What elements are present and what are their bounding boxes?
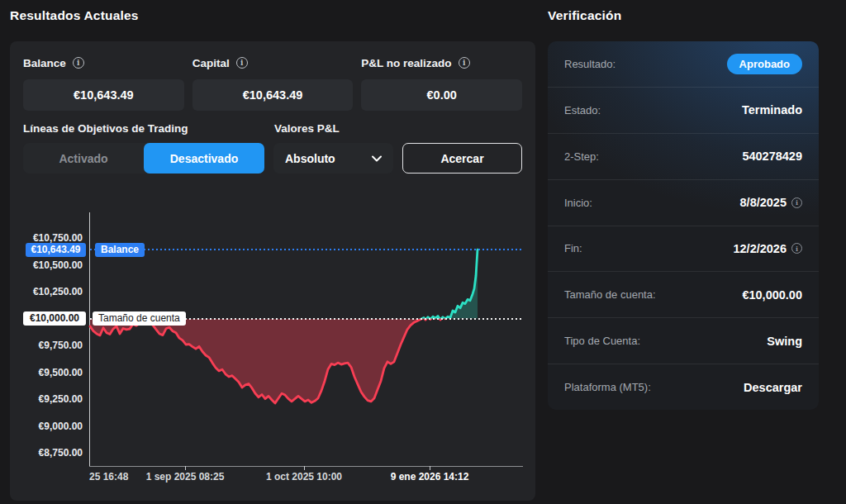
capital-value: €10,643.49: [192, 79, 354, 111]
verification-section: Verificación Resultado: Aprobado Estado:…: [548, 8, 819, 410]
y-axis-label: €10,250.00: [23, 285, 83, 298]
verification-card: Resultado: Aprobado Estado: Terminado 2-…: [548, 41, 819, 410]
y-axis-label: €9,000.00: [23, 420, 83, 433]
results-section: Resultados Actuales Balance i €10,643.49…: [10, 8, 535, 501]
info-icon[interactable]: i: [459, 57, 470, 69]
stat-capital: Capital i €10,643.49: [192, 51, 354, 111]
account-size-line-label: Tamaño de cuenta: [93, 311, 186, 326]
y-axis-label: €9,750.00: [23, 339, 83, 352]
verification-row-2step: 2-Step: 540278429: [548, 134, 819, 180]
verification-row-estado: Estado: Terminado: [548, 88, 819, 134]
balance-line-label: Balance: [95, 243, 145, 257]
y-axis-label: €8,750.00: [23, 446, 83, 459]
verification-row-resultado: Resultado: Aprobado: [548, 41, 819, 88]
verification-row-inicio: Inicio: 8/8/2025 i: [548, 180, 819, 226]
toggle-option-desactivado[interactable]: Desactivado: [144, 143, 264, 174]
verification-row-account-type: Tipo de Cuenta: Swing: [548, 318, 819, 364]
objective-lines-label: Líneas de Objetivos de Trading: [23, 122, 274, 135]
info-icon[interactable]: i: [73, 57, 84, 69]
verification-row-fin: Fin: 12/2/2026 i: [548, 226, 819, 273]
info-icon[interactable]: i: [236, 57, 248, 69]
stat-balance: Balance i €10,643.49: [23, 51, 184, 111]
verification-title: Verificación: [548, 8, 819, 23]
results-card: Balance i €10,643.49 Capital i €10,643.4…: [10, 41, 535, 501]
download-link[interactable]: Descargar: [744, 381, 802, 394]
x-axis-tick: [430, 466, 430, 470]
zoom-in-button[interactable]: Acercar: [402, 143, 522, 174]
pl-values-selected: Absoluto: [285, 152, 335, 165]
balance-chart: €10,643.49 Balance €10,000.00 Tamaño de …: [23, 212, 522, 490]
y-axis-label: €9,500.00: [23, 366, 83, 379]
y-axis-label: €10,750.00: [23, 231, 83, 245]
chevron-down-icon: [372, 155, 382, 162]
controls-row: Activado Desactivado Absoluto Acercar: [23, 143, 522, 174]
pl-values-dropdown[interactable]: Absoluto: [273, 143, 393, 174]
control-labels: Líneas de Objetivos de Trading Valores P…: [23, 122, 522, 135]
unrealized-pl-label: P&L no realizado: [361, 57, 451, 69]
verification-row-account-size: Tamaño de cuenta: €10,000.00: [548, 272, 819, 318]
x-axis-label: 1 sep 2025 08:25: [146, 471, 225, 483]
x-axis-line: [89, 466, 523, 467]
info-icon[interactable]: i: [791, 197, 802, 208]
toggle-option-activado[interactable]: Activado: [23, 143, 144, 174]
account-size-axis-badge: €10,000.00: [23, 311, 86, 326]
pl-values-label: Valores P&L: [274, 122, 340, 135]
y-axis-label: €10,500.00: [23, 259, 83, 272]
objective-lines-toggle: Activado Desactivado: [23, 143, 264, 174]
balance-value: €10,643.49: [23, 79, 184, 111]
x-axis-tick: [304, 466, 305, 470]
capital-label: Capital: [192, 57, 230, 69]
info-icon[interactable]: i: [791, 243, 802, 254]
status-badge: Aprobado: [727, 54, 802, 74]
x-axis-label: 9 ene 2026 14:12: [391, 471, 469, 483]
verification-row-platform: Plataforma (MT5): Descargar: [548, 364, 819, 410]
x-axis-tick: [185, 466, 186, 470]
stat-unrealized-pl: P&L no realizado i €0.00: [361, 51, 522, 111]
unrealized-pl-value: €0.00: [361, 79, 522, 111]
x-axis-label: 25 16:48: [89, 471, 128, 483]
x-axis-label: 1 oct 2025 10:00: [266, 471, 342, 483]
balance-label: Balance: [23, 57, 66, 69]
y-axis-label: €9,250.00: [23, 392, 83, 406]
results-title: Resultados Actuales: [10, 8, 535, 23]
stats-row: Balance i €10,643.49 Capital i €10,643.4…: [23, 51, 522, 111]
balance-dotted-line: [90, 249, 523, 250]
